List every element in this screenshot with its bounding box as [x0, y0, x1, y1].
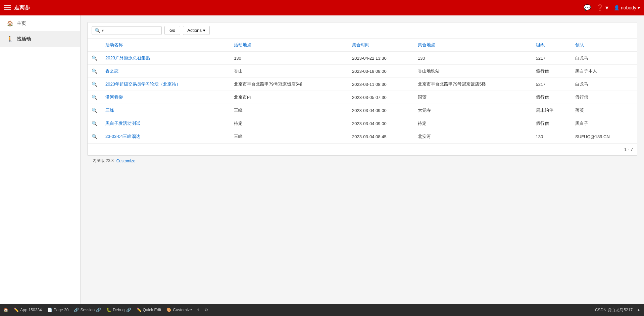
row-org: 5217 — [532, 52, 571, 65]
user-menu[interactable]: 👤 nobody ▾ — [614, 5, 640, 10]
col-header-meettime[interactable]: 集合时间 — [348, 39, 414, 52]
col-header-location[interactable]: 活动地点 — [230, 39, 348, 52]
debug-quickedit[interactable]: ✏️ Quick Edit — [137, 308, 161, 312]
col-header-meetplace[interactable]: 集合地点 — [414, 39, 532, 52]
activity-link[interactable]: 2023年超级交易员学习论坛（北京站） — [105, 82, 181, 87]
row-search-icon[interactable]: 🔍 — [92, 108, 97, 113]
row-leader: 白龙马 — [571, 78, 637, 91]
list-toolbar: 🔍 ▾ Go Actions ▾ — [88, 22, 637, 39]
go-button[interactable]: Go — [164, 26, 180, 35]
row-meetplace: 北安河 — [414, 130, 532, 143]
row-org: 5217 — [532, 78, 571, 91]
activity-link[interactable]: 三峰 — [105, 108, 114, 113]
row-meettime: 2023-03-04 09:00 — [348, 117, 414, 130]
row-search-cell[interactable]: 🔍 — [88, 117, 101, 130]
row-search-cell[interactable]: 🔍 — [88, 104, 101, 117]
activity-link[interactable]: 黑白子发活动测试 — [105, 121, 140, 126]
quickedit-icon: ✏️ — [137, 308, 142, 312]
row-name: 黑白子发活动测试 — [101, 117, 230, 130]
search-box[interactable]: 🔍 ▾ — [92, 26, 162, 35]
username: nobody — [621, 5, 636, 10]
debug-app[interactable]: ✏️ App 150334 — [14, 308, 42, 312]
row-org: 130 — [532, 130, 571, 143]
row-leader: 白龙马 — [571, 52, 637, 65]
actions-label: Actions — [187, 28, 202, 33]
table-row: 🔍 2023年超级交易员学习论坛（北京站） 北京市丰台北路甲79号冠京饭店5楼 … — [88, 78, 637, 91]
debug-page[interactable]: 📄 Page 20 — [47, 308, 69, 312]
row-leader: 黑白子本人 — [571, 65, 637, 78]
row-meetplace: 国贸 — [414, 91, 532, 104]
row-meetplace: 北京市丰台北路甲79号冠京饭店5楼 — [414, 78, 532, 91]
row-meettime: 2023-03-04 08:45 — [348, 130, 414, 143]
row-search-icon[interactable]: 🔍 — [92, 82, 97, 87]
debug-bar: 🏠 ✏️ App 150334 📄 Page 20 🔗 Session 🔗 🐛 … — [0, 304, 644, 316]
row-location: 130 — [230, 52, 348, 65]
debug-debug[interactable]: 🐛 Debug 🔗 — [106, 308, 131, 312]
pagination-bar: 1 - 7 — [88, 143, 637, 155]
row-meetplace: 大觉寺 — [414, 104, 532, 117]
chat-icon[interactable]: 💬 — [584, 4, 591, 11]
row-name: 2023户外游泳总召集贴 — [101, 52, 230, 65]
col-header-name[interactable]: 活动名称 — [101, 39, 230, 52]
row-search-icon[interactable]: 🔍 — [92, 95, 97, 100]
row-search-cell[interactable]: 🔍 — [88, 130, 101, 143]
data-table: 活动名称 活动地点 集合时间 集合地点 组织 领队 🔍 2023户外游泳总召集贴… — [88, 39, 637, 143]
table-row: 🔍 三峰 三峰 2023-03-04 09:00 大觉寺 周末约伴 落英 — [88, 104, 637, 117]
search-input[interactable] — [105, 28, 159, 33]
help-icon[interactable]: ❓ ▾ — [596, 4, 608, 11]
scroll-up-icon[interactable]: ▲ — [637, 308, 641, 312]
activity-link[interactable]: 香之恋 — [105, 68, 118, 73]
debug-info[interactable]: ℹ — [197, 308, 199, 312]
col-header-leader[interactable]: 领队 — [571, 39, 637, 52]
row-search-icon[interactable]: 🔍 — [92, 55, 97, 61]
row-meettime: 2023-03-04 09:00 — [348, 104, 414, 117]
user-icon: 👤 — [614, 5, 620, 10]
debug-session[interactable]: 🔗 Session 🔗 — [74, 308, 101, 312]
row-name: 三峰 — [101, 104, 230, 117]
main-content: 🔍 ▾ Go Actions ▾ 活动名称 活动地点 集合时间 — [81, 15, 644, 316]
walk-icon: 🚶 — [7, 36, 13, 42]
row-search-icon[interactable]: 🔍 — [92, 68, 97, 74]
activity-link[interactable]: 23-03-04三峰溜达 — [105, 134, 140, 139]
customize-icon: 🎨 — [166, 308, 171, 312]
row-name: 香之恋 — [101, 65, 230, 78]
table-row: 🔍 2023户外游泳总召集贴 130 2023-04-22 13:30 130 … — [88, 52, 637, 65]
row-meettime: 2023-03-18 08:00 — [348, 65, 414, 78]
col-header-action — [88, 39, 101, 52]
version-bar: 内测版 23.3 Customize — [87, 156, 637, 166]
debug-home-icon[interactable]: 🏠 — [3, 308, 8, 312]
row-search-icon[interactable]: 🔍 — [92, 134, 97, 139]
row-name: 沿河看柳 — [101, 91, 230, 104]
debug-settings[interactable]: ⚙ — [204, 308, 208, 312]
row-name: 23-03-04三峰溜达 — [101, 130, 230, 143]
debug-customize[interactable]: 🎨 Customize — [166, 308, 192, 312]
actions-chevron-icon: ▾ — [203, 28, 205, 33]
activity-link[interactable]: 2023户外游泳总召集贴 — [105, 55, 150, 60]
session-icon: 🔗 — [74, 308, 79, 312]
row-location: 待定 — [230, 117, 348, 130]
row-org: 假行僧 — [532, 65, 571, 78]
table-row: 🔍 黑白子发活动测试 待定 2023-03-04 09:00 待定 假行僧 黑白… — [88, 117, 637, 130]
row-leader: 假行僧 — [571, 91, 637, 104]
row-name: 2023年超级交易员学习论坛（北京站） — [101, 78, 230, 91]
sidebar-item-home[interactable]: 🏠 主页 — [0, 15, 80, 31]
row-org: 周末约伴 — [532, 104, 571, 117]
actions-button[interactable]: Actions ▾ — [183, 26, 210, 35]
row-search-cell[interactable]: 🔍 — [88, 52, 101, 65]
row-search-cell[interactable]: 🔍 — [88, 91, 101, 104]
row-search-cell[interactable]: 🔍 — [88, 78, 101, 91]
row-leader: SUFUQ@189.CN — [571, 130, 637, 143]
customize-link[interactable]: Customize — [116, 159, 136, 163]
search-dropdown-icon[interactable]: ▾ — [102, 28, 104, 33]
hamburger-menu[interactable] — [4, 5, 11, 10]
app-title: 走两步 — [14, 4, 30, 11]
search-icon: 🔍 — [95, 28, 100, 33]
sidebar-item-find-activity[interactable]: 🚶 找活动 — [0, 31, 80, 47]
home-icon: 🏠 — [7, 20, 13, 27]
row-location: 北京市丰台北路甲79号冠京饭店5楼 — [230, 78, 348, 91]
row-search-icon[interactable]: 🔍 — [92, 121, 97, 126]
activity-link[interactable]: 沿河看柳 — [105, 95, 123, 100]
col-header-org[interactable]: 组织 — [532, 39, 571, 52]
row-leader: 落英 — [571, 104, 637, 117]
row-search-cell[interactable]: 🔍 — [88, 65, 101, 78]
